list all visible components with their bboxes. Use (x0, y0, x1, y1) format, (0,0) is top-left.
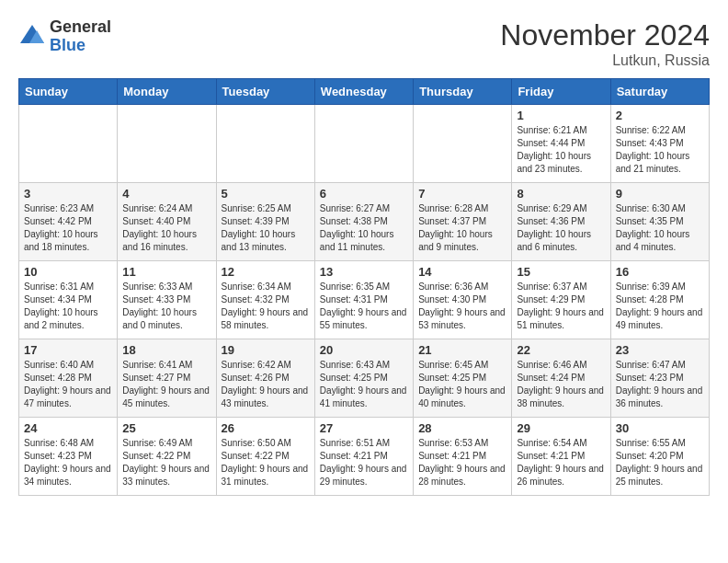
calendar-cell: 12Sunrise: 6:34 AM Sunset: 4:32 PM Dayli… (216, 261, 314, 339)
calendar-cell: 15Sunrise: 6:37 AM Sunset: 4:29 PM Dayli… (512, 261, 610, 339)
calendar-cell: 3Sunrise: 6:23 AM Sunset: 4:42 PM Daylig… (19, 183, 118, 261)
calendar-cell: 10Sunrise: 6:31 AM Sunset: 4:34 PM Dayli… (19, 261, 118, 339)
day-info: Sunrise: 6:43 AM Sunset: 4:25 PM Dayligh… (320, 359, 408, 410)
calendar-cell: 29Sunrise: 6:54 AM Sunset: 4:21 PM Dayli… (512, 418, 610, 496)
day-number: 24 (24, 421, 112, 435)
day-number: 23 (616, 343, 704, 357)
col-header-thursday: Thursday (414, 79, 512, 105)
calendar-cell: 1Sunrise: 6:21 AM Sunset: 4:44 PM Daylig… (512, 105, 610, 183)
logo-icon (18, 23, 46, 51)
col-header-monday: Monday (118, 79, 216, 105)
day-info: Sunrise: 6:51 AM Sunset: 4:21 PM Dayligh… (320, 437, 408, 488)
calendar-cell: 30Sunrise: 6:55 AM Sunset: 4:20 PM Dayli… (610, 418, 709, 496)
day-number: 27 (320, 421, 408, 435)
title-block: November 2024 Lutkun, Russia (500, 18, 710, 69)
week-row-4: 24Sunrise: 6:48 AM Sunset: 4:23 PM Dayli… (19, 418, 710, 496)
calendar-header: SundayMondayTuesdayWednesdayThursdayFrid… (19, 79, 710, 105)
day-info: Sunrise: 6:36 AM Sunset: 4:30 PM Dayligh… (418, 281, 506, 332)
day-info: Sunrise: 6:46 AM Sunset: 4:24 PM Dayligh… (517, 359, 605, 410)
day-info: Sunrise: 6:48 AM Sunset: 4:23 PM Dayligh… (24, 437, 112, 488)
day-info: Sunrise: 6:45 AM Sunset: 4:25 PM Dayligh… (418, 359, 506, 410)
day-info: Sunrise: 6:34 AM Sunset: 4:32 PM Dayligh… (222, 281, 310, 332)
day-number: 28 (418, 421, 506, 435)
col-header-tuesday: Tuesday (216, 79, 314, 105)
day-number: 25 (122, 421, 210, 435)
calendar-cell: 25Sunrise: 6:49 AM Sunset: 4:22 PM Dayli… (118, 418, 216, 496)
day-number: 2 (616, 109, 704, 122)
day-number: 1 (517, 109, 605, 122)
day-info: Sunrise: 6:24 AM Sunset: 4:40 PM Dayligh… (122, 202, 210, 254)
month-title: November 2024 (500, 18, 710, 52)
calendar-cell: 20Sunrise: 6:43 AM Sunset: 4:25 PM Dayli… (314, 339, 413, 418)
day-info: Sunrise: 6:21 AM Sunset: 4:44 PM Dayligh… (517, 124, 605, 176)
day-number: 16 (616, 265, 704, 279)
calendar-cell: 17Sunrise: 6:40 AM Sunset: 4:28 PM Dayli… (19, 339, 118, 418)
day-info: Sunrise: 6:40 AM Sunset: 4:28 PM Dayligh… (24, 359, 112, 410)
calendar-cell: 7Sunrise: 6:28 AM Sunset: 4:37 PM Daylig… (414, 183, 512, 261)
col-header-sunday: Sunday (19, 79, 118, 105)
calendar-cell: 26Sunrise: 6:50 AM Sunset: 4:22 PM Dayli… (216, 418, 314, 496)
day-number: 9 (616, 187, 704, 201)
day-number: 18 (122, 343, 210, 357)
day-info: Sunrise: 6:53 AM Sunset: 4:21 PM Dayligh… (418, 437, 506, 488)
day-info: Sunrise: 6:47 AM Sunset: 4:23 PM Dayligh… (616, 359, 704, 410)
day-number: 15 (517, 265, 605, 279)
calendar-table: SundayMondayTuesdayWednesdayThursdayFrid… (18, 78, 710, 496)
calendar-cell: 6Sunrise: 6:27 AM Sunset: 4:38 PM Daylig… (314, 183, 413, 261)
calendar-cell (19, 105, 118, 183)
day-number: 5 (222, 187, 310, 201)
day-number: 22 (517, 343, 605, 357)
day-number: 10 (24, 265, 112, 279)
calendar-cell: 14Sunrise: 6:36 AM Sunset: 4:30 PM Dayli… (414, 261, 512, 339)
logo-general: General (50, 18, 111, 37)
day-info: Sunrise: 6:49 AM Sunset: 4:22 PM Dayligh… (122, 437, 210, 488)
day-info: Sunrise: 6:42 AM Sunset: 4:26 PM Dayligh… (222, 359, 310, 410)
calendar-cell: 16Sunrise: 6:39 AM Sunset: 4:28 PM Dayli… (610, 261, 709, 339)
logo-text: General Blue (50, 18, 111, 55)
day-info: Sunrise: 6:31 AM Sunset: 4:34 PM Dayligh… (24, 281, 112, 332)
calendar-cell (414, 105, 512, 183)
week-row-2: 10Sunrise: 6:31 AM Sunset: 4:34 PM Dayli… (19, 261, 710, 339)
day-info: Sunrise: 6:54 AM Sunset: 4:21 PM Dayligh… (517, 437, 605, 488)
day-number: 17 (24, 343, 112, 357)
week-row-3: 17Sunrise: 6:40 AM Sunset: 4:28 PM Dayli… (19, 339, 710, 418)
logo: General Blue (18, 18, 111, 55)
day-info: Sunrise: 6:25 AM Sunset: 4:39 PM Dayligh… (222, 202, 310, 254)
calendar-cell: 8Sunrise: 6:29 AM Sunset: 4:36 PM Daylig… (512, 183, 610, 261)
day-number: 19 (222, 343, 310, 357)
day-number: 29 (517, 421, 605, 435)
day-number: 20 (320, 343, 408, 357)
calendar-cell: 24Sunrise: 6:48 AM Sunset: 4:23 PM Dayli… (19, 418, 118, 496)
day-number: 26 (222, 421, 310, 435)
calendar-cell: 23Sunrise: 6:47 AM Sunset: 4:23 PM Dayli… (610, 339, 709, 418)
location-title: Lutkun, Russia (500, 52, 710, 69)
calendar-cell: 13Sunrise: 6:35 AM Sunset: 4:31 PM Dayli… (314, 261, 413, 339)
col-header-wednesday: Wednesday (314, 79, 413, 105)
calendar-cell: 28Sunrise: 6:53 AM Sunset: 4:21 PM Dayli… (414, 418, 512, 496)
calendar-cell: 9Sunrise: 6:30 AM Sunset: 4:35 PM Daylig… (610, 183, 709, 261)
col-header-saturday: Saturday (610, 79, 709, 105)
calendar-cell (118, 105, 216, 183)
page-header: General Blue November 2024 Lutkun, Russi… (18, 18, 710, 69)
day-info: Sunrise: 6:22 AM Sunset: 4:43 PM Dayligh… (616, 124, 704, 176)
logo-blue: Blue (50, 37, 111, 55)
header-row: SundayMondayTuesdayWednesdayThursdayFrid… (19, 79, 710, 105)
calendar-cell: 5Sunrise: 6:25 AM Sunset: 4:39 PM Daylig… (216, 183, 314, 261)
calendar-cell (314, 105, 413, 183)
calendar-cell: 2Sunrise: 6:22 AM Sunset: 4:43 PM Daylig… (610, 105, 709, 183)
calendar-cell: 18Sunrise: 6:41 AM Sunset: 4:27 PM Dayli… (118, 339, 216, 418)
calendar-cell (216, 105, 314, 183)
day-number: 8 (517, 187, 605, 201)
calendar-cell: 19Sunrise: 6:42 AM Sunset: 4:26 PM Dayli… (216, 339, 314, 418)
day-info: Sunrise: 6:28 AM Sunset: 4:37 PM Dayligh… (418, 202, 506, 254)
day-info: Sunrise: 6:33 AM Sunset: 4:33 PM Dayligh… (122, 281, 210, 332)
calendar-cell: 4Sunrise: 6:24 AM Sunset: 4:40 PM Daylig… (118, 183, 216, 261)
day-info: Sunrise: 6:29 AM Sunset: 4:36 PM Dayligh… (517, 202, 605, 254)
calendar-cell: 21Sunrise: 6:45 AM Sunset: 4:25 PM Dayli… (414, 339, 512, 418)
calendar-cell: 11Sunrise: 6:33 AM Sunset: 4:33 PM Dayli… (118, 261, 216, 339)
day-info: Sunrise: 6:27 AM Sunset: 4:38 PM Dayligh… (320, 202, 408, 254)
calendar-cell: 27Sunrise: 6:51 AM Sunset: 4:21 PM Dayli… (314, 418, 413, 496)
day-info: Sunrise: 6:23 AM Sunset: 4:42 PM Dayligh… (24, 202, 112, 254)
day-number: 3 (24, 187, 112, 201)
day-info: Sunrise: 6:41 AM Sunset: 4:27 PM Dayligh… (122, 359, 210, 410)
